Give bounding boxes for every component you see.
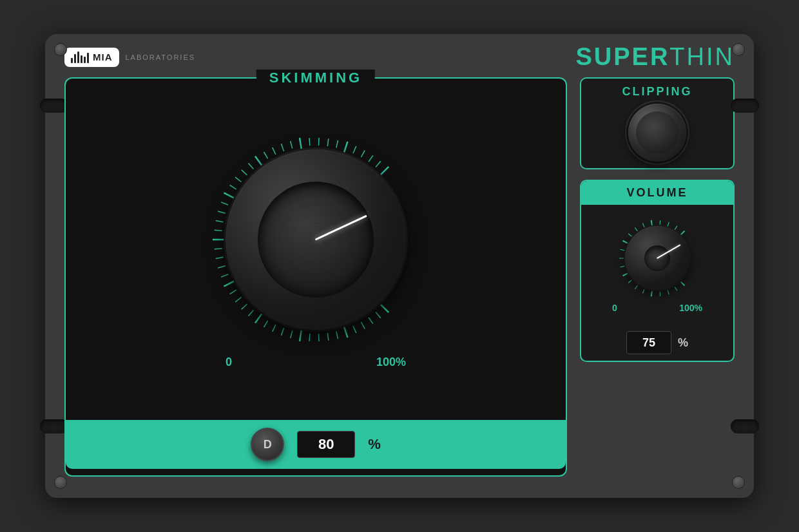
logo-mia-text: MIA xyxy=(93,52,113,62)
svg-line-20 xyxy=(224,281,234,286)
screw-tl xyxy=(54,43,67,56)
svg-line-31 xyxy=(230,185,236,189)
clipping-knob-body xyxy=(628,104,686,162)
svg-line-57 xyxy=(635,285,637,289)
svg-line-68 xyxy=(660,220,660,225)
screw-bl xyxy=(54,476,67,489)
svg-line-24 xyxy=(215,248,222,249)
slot-right-bottom xyxy=(731,419,759,433)
svg-line-71 xyxy=(680,231,684,236)
svg-line-0 xyxy=(380,304,389,312)
logo-laboratories-text: LABORATORIES xyxy=(126,53,196,61)
svg-line-9 xyxy=(309,333,310,341)
svg-line-32 xyxy=(235,177,241,182)
bar-1 xyxy=(71,58,73,63)
svg-line-6 xyxy=(336,331,338,339)
svg-line-21 xyxy=(221,274,228,276)
svg-line-23 xyxy=(216,257,224,258)
volume-unit: % xyxy=(678,336,688,350)
svg-line-62 xyxy=(621,249,625,251)
svg-line-4 xyxy=(353,325,356,332)
svg-line-15 xyxy=(255,313,262,323)
svg-line-27 xyxy=(216,220,224,222)
volume-label: VOLUME xyxy=(626,186,688,199)
svg-line-17 xyxy=(242,303,247,309)
skimming-value-display[interactable]: 80 xyxy=(297,431,355,458)
svg-line-49 xyxy=(376,161,381,167)
logo-area: MIA LABORATORIES xyxy=(64,48,195,67)
svg-line-43 xyxy=(327,138,329,146)
title-bold: SUPER xyxy=(575,43,669,70)
svg-line-13 xyxy=(273,325,276,332)
svg-line-1 xyxy=(376,312,381,318)
svg-line-35 xyxy=(255,156,262,166)
svg-line-28 xyxy=(218,211,226,213)
svg-line-70 xyxy=(675,226,677,230)
svg-line-50 xyxy=(380,166,389,175)
main-content: SKIMMING // Will be rendered statically … xyxy=(45,77,754,489)
volume-min-label: 0 xyxy=(612,303,617,313)
logo-bars-icon xyxy=(71,52,89,63)
svg-line-16 xyxy=(249,310,254,316)
bar-6 xyxy=(87,53,89,63)
bar-2 xyxy=(74,54,76,63)
skimming-min-label: 0 xyxy=(226,356,232,369)
svg-line-69 xyxy=(668,222,669,227)
volume-value-display[interactable]: 75 xyxy=(626,331,671,354)
svg-line-40 xyxy=(300,137,302,149)
svg-line-66 xyxy=(642,223,644,227)
skimming-value: 80 xyxy=(318,436,334,453)
svg-line-56 xyxy=(642,289,644,293)
svg-line-11 xyxy=(291,330,293,338)
skimming-max-label: 100% xyxy=(376,356,406,369)
svg-line-45 xyxy=(344,141,348,152)
volume-section: VOLUME xyxy=(580,180,735,362)
svg-line-18 xyxy=(235,297,241,301)
skimming-bottom: D 80 % xyxy=(66,420,566,469)
volume-knob[interactable] xyxy=(615,216,699,300)
clipping-knob[interactable] xyxy=(628,104,686,162)
svg-line-14 xyxy=(264,320,268,327)
svg-line-29 xyxy=(221,202,228,204)
svg-line-12 xyxy=(281,328,284,335)
svg-line-10 xyxy=(300,330,302,341)
svg-line-59 xyxy=(623,273,629,276)
svg-line-3 xyxy=(361,321,365,328)
svg-line-7 xyxy=(327,332,329,340)
header: MIA LABORATORIES SUPERTHIN xyxy=(45,34,754,77)
volume-knob-area: 0 100% xyxy=(581,210,733,319)
bar-5 xyxy=(84,57,86,63)
svg-line-63 xyxy=(623,241,629,244)
skimming-knob-labels: 0 100% xyxy=(219,356,412,369)
volume-label-bar: VOLUME xyxy=(581,181,733,205)
skimming-knob-area: // Will be rendered statically below xyxy=(66,79,566,420)
svg-line-5 xyxy=(344,327,348,337)
svg-line-47 xyxy=(361,150,365,157)
svg-line-65 xyxy=(635,227,637,231)
volume-value: 75 xyxy=(642,336,655,350)
svg-line-55 xyxy=(651,290,653,296)
preset-d-button[interactable]: D xyxy=(251,428,284,461)
skimming-unit: % xyxy=(368,436,381,453)
clipping-section: CLIPPING xyxy=(580,77,735,169)
slot-right-top xyxy=(731,99,759,113)
skimming-panel: SKIMMING // Will be rendered statically … xyxy=(64,77,567,477)
svg-line-67 xyxy=(651,220,653,227)
volume-knob-labels: 0 100% xyxy=(612,303,702,313)
svg-line-46 xyxy=(353,146,356,153)
plugin-title: SUPERTHIN xyxy=(575,43,735,71)
svg-line-53 xyxy=(668,290,669,294)
volume-bottom: 75 % xyxy=(581,325,733,361)
svg-line-38 xyxy=(281,144,284,151)
volume-max-label: 100% xyxy=(679,303,702,313)
bar-3 xyxy=(77,52,79,63)
screw-br xyxy=(732,476,745,489)
svg-line-33 xyxy=(242,169,247,175)
plugin-frame: MIA LABORATORIES SUPERTHIN SKIMMING // xyxy=(45,34,754,498)
svg-line-26 xyxy=(215,230,222,231)
svg-line-22 xyxy=(218,265,226,267)
svg-line-41 xyxy=(309,138,310,146)
skimming-knob-body xyxy=(226,149,406,330)
preset-d-label: D xyxy=(264,438,272,451)
skimming-knob[interactable]: // Will be rendered statically below xyxy=(206,130,425,349)
